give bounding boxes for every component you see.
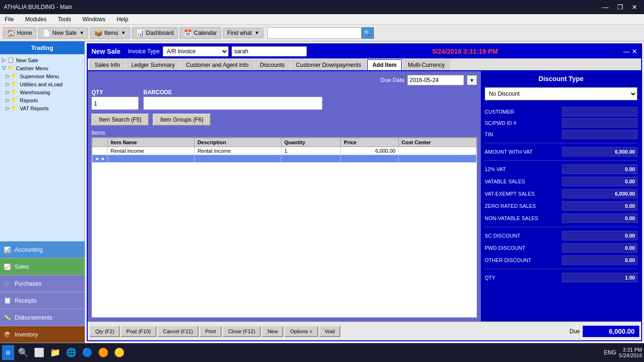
edge-icon[interactable]: 🌐 xyxy=(64,346,78,360)
home-button[interactable]: 🏠 Home xyxy=(3,27,36,39)
nav-sales[interactable]: 📈 Sales xyxy=(0,258,85,275)
search-taskbar-icon[interactable]: 🔍 xyxy=(16,346,30,360)
invoice-type-select[interactable]: A/R Invoice Cash Invoice Delivery Receip… xyxy=(163,46,229,57)
sidebar-item-utilities[interactable]: ▷ 📁 Utilities and eLoad xyxy=(6,80,83,88)
time-value: 3:31 PM xyxy=(619,347,642,353)
form-left: Due Date ▼ QTY BARCODE xyxy=(88,71,481,321)
sidebar-item-new-sale[interactable]: ▷ 📋 New Sale xyxy=(2,56,83,64)
pwd-discount-input[interactable] xyxy=(562,243,637,253)
barcode-input[interactable] xyxy=(143,97,322,110)
post-f10-button[interactable]: Post (F10) xyxy=(121,326,156,337)
sidebar-item-reports[interactable]: ▷ 📁 Reports xyxy=(6,96,83,104)
barcode-label: BARCODE xyxy=(143,89,322,96)
row-marker xyxy=(92,147,108,155)
folder-icon: 📁 xyxy=(8,65,14,71)
items-button[interactable]: 📦 Items ▼ xyxy=(90,27,130,39)
tin-input[interactable] xyxy=(562,130,637,139)
form-close-btn[interactable]: ✕ xyxy=(632,48,637,55)
non-vatable-input[interactable] xyxy=(562,214,637,223)
expand-icon: ▷ xyxy=(6,89,9,95)
folder-icon: 📁 xyxy=(11,81,18,87)
close-btn[interactable]: ✕ xyxy=(629,2,640,12)
table-row-selected[interactable]: ►◄ xyxy=(92,155,477,163)
due-date-input[interactable] xyxy=(407,75,464,85)
app-icon-1[interactable]: 🟠 xyxy=(96,346,110,360)
close-f12-button[interactable]: Close (F12) xyxy=(223,326,261,337)
divider-3 xyxy=(485,227,637,227)
folder-icon: 📁 xyxy=(11,73,18,79)
scpwd-input[interactable] xyxy=(562,118,637,128)
date-picker-btn[interactable]: ▼ xyxy=(467,75,477,85)
zero-rated-input[interactable] xyxy=(562,201,637,211)
tab-discounts[interactable]: Discounts xyxy=(255,59,290,70)
chrome-icon[interactable]: 🔵 xyxy=(80,346,94,360)
search-button[interactable]: 🔍 xyxy=(362,27,374,39)
minimize-btn[interactable]: — xyxy=(599,2,611,12)
item-search-button[interactable]: Item Search (F5) xyxy=(91,114,149,126)
col-description: Description xyxy=(194,138,281,147)
qty-label: QTY xyxy=(91,89,139,96)
tab-ledger-summary[interactable]: Ledger Summary xyxy=(126,59,180,70)
sc-discount-row: SC DISCOUNT xyxy=(485,231,637,240)
discount-type-select[interactable]: No Discount SC Discount PWD Discount Oth… xyxy=(485,87,637,100)
nav-accounting[interactable]: 📊 Accounting xyxy=(0,241,85,258)
sc-discount-input[interactable] xyxy=(562,231,637,240)
options-button[interactable]: Options > xyxy=(284,326,318,337)
menu-tools[interactable]: Tools xyxy=(55,15,74,24)
cancel-f11-button[interactable]: Cancel (F11) xyxy=(157,326,199,337)
sidebar-item-supervisor-menu[interactable]: ▷ 📁 Supervisor Menu xyxy=(6,72,83,80)
menu-file[interactable]: File xyxy=(2,15,17,24)
dashboard-button[interactable]: 📊 Dashboard xyxy=(132,27,178,39)
nav-purchases[interactable]: 🛒 Purchases xyxy=(0,275,85,292)
tab-sales-info[interactable]: Sales Info xyxy=(90,59,125,70)
new-button[interactable]: New xyxy=(262,326,283,337)
col-select xyxy=(92,138,108,147)
customer-input[interactable] xyxy=(562,107,637,116)
sidebar-item-warehousing[interactable]: ▷ 📁 Warehousing xyxy=(6,88,83,96)
file-explorer-icon[interactable]: 📁 xyxy=(48,346,62,360)
amount-vat-row: AMOUNT WITH VAT xyxy=(485,147,637,156)
menu-windows[interactable]: Windows xyxy=(80,15,108,24)
nav-inventory[interactable]: 📦 Inventory xyxy=(0,326,85,343)
item-groups-button[interactable]: Item Groups (F6) xyxy=(153,114,211,126)
nav-receipts[interactable]: 🧾 Receipts xyxy=(0,292,85,309)
tab-customer-agent[interactable]: Customer and Agent Info xyxy=(181,59,254,70)
start-button[interactable]: ⊞ xyxy=(2,345,14,360)
qty-input[interactable] xyxy=(91,97,139,110)
vatable-sales-input[interactable] xyxy=(562,177,637,186)
tab-customer-downpayments[interactable]: Customer Downpayments xyxy=(291,59,366,70)
other-discount-input[interactable] xyxy=(562,255,637,265)
table-row[interactable]: Rental Income Rental Income 1 6,000.00 xyxy=(92,147,477,155)
sidebar-item-vat-reports[interactable]: ▷ 📁 VAT Reports xyxy=(6,104,83,112)
vat-exempt-input[interactable] xyxy=(562,189,637,198)
nav-disbursements[interactable]: 💸 Disbursements xyxy=(0,309,85,326)
non-vatable-row: NON-VATABLE SALES xyxy=(485,214,637,223)
qty-total-input[interactable] xyxy=(562,273,637,282)
menu-modules[interactable]: Modules xyxy=(22,15,49,24)
expand-icon: ▷ xyxy=(6,105,9,111)
new-sale-button[interactable]: 📄 New Sale ▼ xyxy=(38,27,88,39)
search-input[interactable] xyxy=(267,27,362,39)
print-button[interactable]: Print xyxy=(199,326,222,337)
void-button[interactable]: Void xyxy=(319,326,340,337)
vat-row: 12% VAT xyxy=(485,165,637,174)
form-minimize-btn[interactable]: — xyxy=(623,48,630,55)
task-view-icon[interactable]: ⬜ xyxy=(32,346,46,360)
maximize-btn[interactable]: ❐ xyxy=(614,2,626,12)
discount-type-title: Discount Type xyxy=(485,75,637,82)
calendar-button[interactable]: 📅 Calendar xyxy=(180,27,221,39)
user-field[interactable] xyxy=(231,46,307,57)
vat-input[interactable] xyxy=(562,165,637,174)
form-body: Due Date ▼ QTY BARCODE xyxy=(88,71,641,321)
app-icon-2[interactable]: 🟡 xyxy=(112,346,126,360)
qty-f2-button[interactable]: Qty (F2) xyxy=(90,326,120,337)
find-what-button[interactable]: Find what ▼ xyxy=(223,28,264,38)
due-total-value: 6,000.00 xyxy=(583,326,639,337)
sidebar-item-cashier-menu[interactable]: ▽ 📁 Cashier Menu xyxy=(2,64,83,72)
amount-vat-input[interactable] xyxy=(562,147,637,156)
tab-multi-currency[interactable]: Multi-Currency xyxy=(403,59,450,70)
qty-field-group: QTY xyxy=(91,89,139,110)
menu-help[interactable]: Help xyxy=(114,15,131,24)
tab-add-item[interactable]: Add Item xyxy=(367,59,402,70)
expand-icon: ▽ xyxy=(2,65,6,71)
